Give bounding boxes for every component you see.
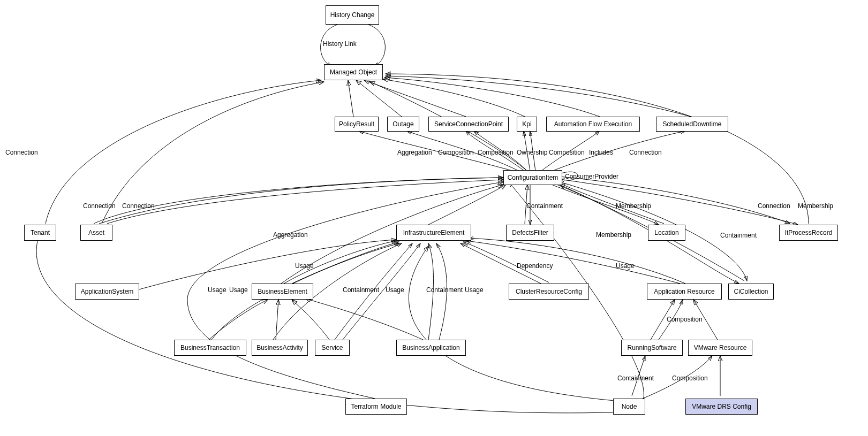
node-label: VMware DRS Config (692, 403, 751, 410)
node-label: Automation Flow Execution (554, 120, 632, 128)
node-label: PolicyResult (339, 120, 374, 128)
node-label: Asset (88, 229, 104, 236)
node-label: BusinessApplication (402, 344, 459, 351)
node-location[interactable]: Location (648, 225, 685, 241)
node-automation-flow-execution[interactable]: Automation Flow Execution (546, 117, 640, 132)
node-label: ClusterResourceConfig (516, 288, 582, 295)
node-defects-filter[interactable]: DefectsFilter (506, 225, 554, 241)
edge-label-connection-sd: Connection (629, 149, 662, 156)
edge-label-containment-bapp: Containment (426, 286, 463, 294)
node-label: Service (321, 344, 343, 351)
node-label: ServiceConnectionPoint (434, 120, 503, 128)
edge-label-containment-df: Containment (526, 202, 563, 210)
node-label: ScheduledDowntime (662, 120, 721, 128)
node-label: InfrastructureElement (403, 229, 465, 236)
node-label: Kpi (522, 120, 531, 128)
node-label: Terraform Module (351, 403, 401, 410)
edge-label-membership-loc: Membership (616, 202, 651, 210)
node-outage[interactable]: Outage (387, 117, 419, 132)
edge-label-usage-bt: Usage (208, 286, 227, 294)
node-label: Location (654, 229, 678, 236)
node-business-transaction[interactable]: BusinessTransaction (174, 340, 246, 356)
edge-label-usage-bapp: Usage (465, 286, 484, 294)
node-label: ConfigurationItem (508, 174, 558, 181)
edge-label-consumer-provider: ConsumerProvider (565, 173, 618, 180)
edge-label-connection-asset1: Connection (83, 202, 116, 210)
edges-layer (0, 0, 868, 436)
edge-label-usage-ar: Usage (616, 262, 635, 270)
node-label: Tenant (31, 229, 50, 236)
edge-label-containment-svc: Containment (343, 286, 379, 294)
node-label: DefectsFilter (512, 229, 548, 236)
node-label: VMware Resource (694, 344, 747, 351)
edge-label-composition-vr: Composition (672, 374, 708, 382)
node-asset[interactable]: Asset (80, 225, 112, 241)
edge-label-aggregation-ie: Aggregation (273, 231, 308, 239)
edge-label-connection-asset2: Connection (122, 202, 155, 210)
node-kpi[interactable]: Kpi (517, 117, 537, 132)
node-label: BusinessActivity (256, 344, 303, 351)
edge-label-includes-afe: Includes (589, 149, 613, 156)
node-terraform-module[interactable]: Terraform Module (345, 399, 407, 415)
node-node[interactable]: Node (613, 399, 645, 415)
node-label: ApplicationSystem (81, 288, 134, 295)
node-service-connection-point[interactable]: ServiceConnectionPoint (428, 117, 509, 132)
edge-label-composition-rs: Composition (667, 316, 703, 323)
node-label: Outage (393, 120, 413, 128)
node-scheduled-downtime[interactable]: ScheduledDowntime (656, 117, 728, 132)
node-business-activity[interactable]: BusinessActivity (252, 340, 308, 356)
diagram-canvas: History Change Managed Object PolicyResu… (0, 0, 868, 436)
node-application-resource[interactable]: Application Resource (647, 284, 722, 300)
edge-label-aggregation-pr: Aggregation (397, 149, 432, 156)
edge-label-membership-cic: Membership (596, 231, 631, 239)
node-label: ItProcessRecord (785, 229, 833, 236)
edge-label-dependency-crc: Dependency (517, 262, 553, 270)
edge-label-composition-outage: Composition (438, 149, 474, 156)
node-vmware-drs-config[interactable]: VMware DRS Config (685, 399, 758, 415)
edge-label-usage-be: Usage (295, 262, 314, 270)
edge-label-connection-ipr: Connection (758, 202, 790, 210)
node-history-change[interactable]: History Change (326, 5, 379, 25)
node-label: Application Resource (654, 288, 714, 295)
node-label: History Change (330, 11, 375, 19)
node-service[interactable]: Service (315, 340, 350, 356)
node-vmware-resource[interactable]: VMware Resource (688, 340, 752, 356)
node-running-software[interactable]: RunningSoftware (621, 340, 683, 356)
node-label: Managed Object (330, 68, 377, 76)
node-managed-object[interactable]: Managed Object (324, 64, 383, 80)
node-label: BusinessTransaction (180, 344, 240, 351)
node-label: RunningSoftware (627, 344, 676, 351)
edge-label-usage-svc: Usage (386, 286, 404, 294)
node-label: CiCollection (734, 288, 768, 295)
node-application-system[interactable]: ApplicationSystem (75, 284, 139, 300)
edge-label-ownership-kpi: Ownership (517, 149, 547, 156)
node-label: BusinessElement (258, 288, 307, 295)
node-cluster-resource-config[interactable]: ClusterResourceConfig (509, 284, 589, 300)
node-policy-result[interactable]: PolicyResult (335, 117, 379, 132)
node-configuration-item[interactable]: ConfigurationItem (503, 170, 562, 185)
edge-label-composition-kpi: Composition (549, 149, 585, 156)
node-business-application[interactable]: BusinessApplication (396, 340, 466, 356)
edge-label-connection-tenant: Connection (5, 149, 38, 156)
edge-label-containment-cic: Containment (720, 232, 757, 239)
edge-label-history-link: History Link (323, 40, 357, 48)
node-ci-collection[interactable]: CiCollection (728, 284, 774, 300)
node-it-process-record[interactable]: ItProcessRecord (779, 225, 838, 241)
edge-label-composition-scp: Composition (478, 149, 514, 156)
node-tenant[interactable]: Tenant (24, 225, 56, 241)
edge-label-membership-ipr: Membership (798, 202, 833, 210)
node-business-element[interactable]: BusinessElement (252, 284, 313, 300)
edge-label-containment-node: Containment (617, 374, 654, 382)
node-infrastructure-element[interactable]: InfrastructureElement (396, 225, 471, 241)
edge-label-usage-ba: Usage (229, 286, 248, 294)
node-label: Node (622, 403, 637, 410)
